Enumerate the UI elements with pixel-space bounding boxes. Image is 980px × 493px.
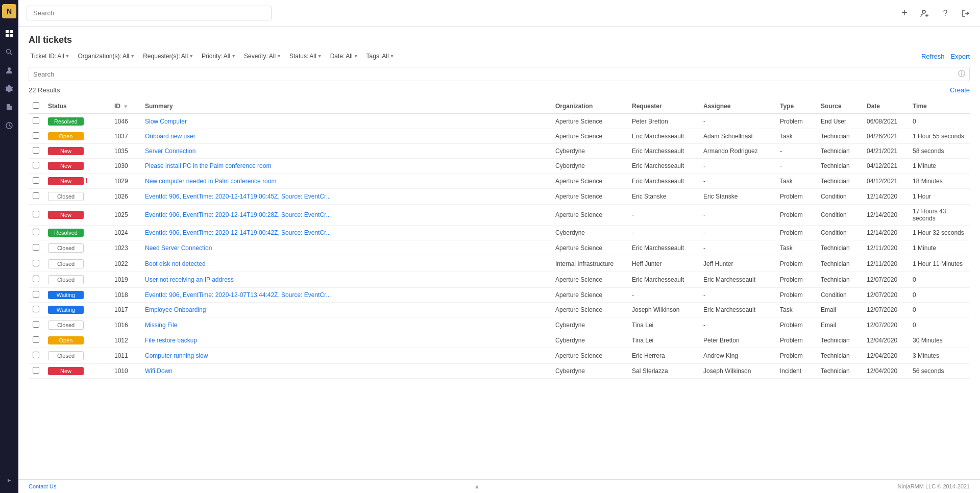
row-checkbox[interactable] [33, 177, 39, 184]
ticket-summary-link[interactable]: Employee Onboarding [145, 306, 206, 313]
sidebar-item-home[interactable] [2, 27, 16, 41]
ticket-date: 12/04/2020 [863, 348, 909, 364]
row-checkbox[interactable] [33, 260, 39, 266]
row-checkbox[interactable] [33, 244, 39, 251]
ticket-date: 12/07/2020 [863, 317, 909, 333]
filter-organizations[interactable]: Organization(s): All ▼ [76, 52, 137, 61]
status-badge: New [48, 177, 84, 185]
ticket-type: Incident [776, 364, 817, 379]
row-checkbox[interactable] [33, 352, 39, 358]
status-badge: Resolved [48, 117, 84, 126]
ticket-summary-link[interactable]: EventId: 906, EventTime: 2020-12-14T19:0… [145, 229, 331, 236]
refresh-button[interactable]: Refresh [921, 53, 945, 60]
filter-severity[interactable]: Severity: All ▼ [242, 52, 283, 61]
ticket-summary-link[interactable]: Please install PC in the Palm conference… [145, 162, 271, 169]
sidebar-item-search[interactable] [2, 45, 16, 59]
ticket-summary-link[interactable]: Computer running slow [145, 352, 208, 359]
create-button[interactable]: Create [950, 86, 970, 94]
row-checkbox[interactable] [33, 291, 39, 298]
ticket-summary-link[interactable]: Onboard new user [145, 133, 195, 140]
filter-requester[interactable]: Requester(s): All ▼ [141, 52, 195, 61]
svg-point-4 [7, 50, 11, 54]
ticket-summary-link[interactable]: EventId: 906, EventTime: 2020-12-14T19:0… [145, 193, 331, 200]
ticket-summary-link[interactable]: Missing File [145, 322, 177, 329]
row-checkbox[interactable] [33, 117, 39, 124]
content-area: All tickets Ticket ID: All ▼ Organizatio… [18, 27, 980, 479]
row-checkbox[interactable] [33, 321, 39, 328]
logout-button[interactable] [960, 7, 972, 19]
row-checkbox[interactable] [33, 306, 39, 312]
help-button[interactable]: ? [939, 7, 951, 19]
ticket-id: 1037 [110, 129, 141, 144]
filter-date[interactable]: Date: All ▼ [328, 52, 360, 61]
ticket-summary-link[interactable]: User not receiving an IP address [145, 276, 234, 283]
svg-rect-2 [6, 34, 9, 37]
sidebar-collapse-icon[interactable]: ▸ [2, 473, 16, 487]
sidebar-item-users[interactable] [2, 63, 16, 78]
ticket-type: Problem [776, 114, 817, 129]
ticket-summary-link[interactable]: Slow Computer [145, 118, 187, 125]
row-checkbox[interactable] [33, 192, 39, 199]
ticket-id: 1018 [110, 288, 141, 303]
row-checkbox[interactable] [33, 229, 39, 235]
select-all-checkbox[interactable] [33, 102, 39, 109]
table-row: New 1025 EventId: 906, EventTime: 2020-1… [29, 205, 970, 226]
ticket-summary-link[interactable]: Server Connection [145, 147, 195, 155]
ticket-type: Problem [776, 205, 817, 226]
table-row: Waiting 1018 EventId: 906, EventTime: 20… [29, 288, 970, 303]
ticket-summary-link[interactable]: EventId: 906, EventTime: 2020-12-14T19:0… [145, 211, 331, 218]
ticket-time: 1 Minute [909, 240, 970, 256]
page-title: All tickets [29, 35, 970, 45]
ticket-summary-link[interactable]: New computer needed in Palm conference r… [145, 178, 276, 185]
ticket-requester: - [628, 226, 699, 240]
topbar-search-input[interactable] [27, 6, 272, 20]
filter-status[interactable]: Status: All ▼ [287, 52, 324, 61]
footer-chevron-icon[interactable]: ▲ [474, 483, 480, 490]
row-checkbox[interactable] [33, 132, 39, 139]
search-info-icon[interactable]: ⓘ [958, 69, 965, 79]
col-header-id[interactable]: ID ▼ [110, 99, 141, 114]
tickets-search-input[interactable] [33, 70, 958, 78]
sidebar-item-documents[interactable] [2, 100, 16, 114]
col-header-assignee: Assignee [699, 99, 776, 114]
filter-ticket-id[interactable]: Ticket ID: All ▼ [29, 52, 72, 61]
app-logo[interactable]: N [2, 4, 16, 18]
sidebar-item-settings[interactable] [2, 82, 16, 96]
filter-priority[interactable]: Priority: All ▼ [200, 52, 238, 61]
export-button[interactable]: Export [950, 53, 970, 60]
ticket-time: 17 Hours 43 seconds [909, 205, 970, 226]
ticket-date: 06/08/2021 [863, 114, 909, 129]
ticket-summary-link[interactable]: Need Server Connection [145, 244, 212, 252]
ticket-org: Cyberdyne [551, 226, 628, 240]
contact-us-link[interactable]: Contact Us [29, 483, 56, 489]
status-badge: Closed [48, 192, 84, 201]
ticket-org: Aperture Science [551, 189, 628, 205]
add-button[interactable]: + [898, 7, 911, 19]
ticket-time: 1 Hour 11 Minutes [909, 256, 970, 272]
sidebar-item-history[interactable] [2, 118, 16, 133]
row-checkbox[interactable] [33, 336, 39, 343]
ticket-time: 56 seconds [909, 364, 970, 379]
ticket-id: 1029 [110, 174, 141, 189]
svg-rect-3 [10, 34, 13, 37]
col-header-type: Type [776, 99, 817, 114]
row-checkbox[interactable] [33, 162, 39, 168]
ticket-source: Technician [817, 159, 863, 174]
ticket-id: 1022 [110, 256, 141, 272]
ticket-org: Internal Infrastructure [551, 256, 628, 272]
ticket-summary-link[interactable]: File restore backup [145, 337, 197, 344]
ticket-summary-link[interactable]: Boot disk not detected [145, 260, 206, 267]
filter-tags[interactable]: Tags: All ▼ [364, 52, 397, 61]
row-checkbox[interactable] [33, 211, 39, 217]
ticket-summary-link[interactable]: EventId: 906, EventTime: 2020-12-07T13:4… [145, 291, 331, 299]
row-checkbox[interactable] [33, 147, 39, 154]
ticket-assignee: - [699, 240, 776, 256]
row-checkbox[interactable] [33, 276, 39, 282]
add-user-button[interactable] [919, 7, 931, 19]
row-checkbox[interactable] [33, 367, 39, 374]
col-header-requester: Requester [628, 99, 699, 114]
ticket-summary-link[interactable]: Wifi Down [145, 367, 173, 375]
table-row: Resolved 1046 Slow Computer Aperture Sci… [29, 114, 970, 129]
ticket-id: 1046 [110, 114, 141, 129]
ticket-time: 18 Minutes [909, 174, 970, 189]
